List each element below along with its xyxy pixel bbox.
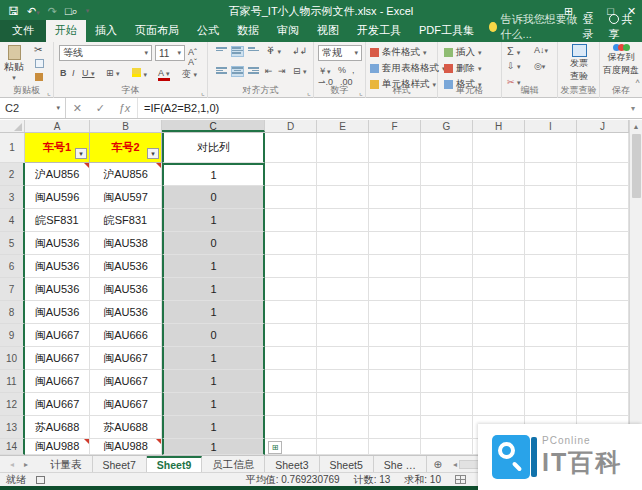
sheet-tab-Sheet3[interactable]: Sheet3 — [265, 456, 319, 472]
cell-I4[interactable] — [525, 209, 577, 232]
cell-H7[interactable] — [473, 278, 525, 301]
share-button[interactable]: 共享 — [609, 12, 634, 42]
column-header-D[interactable]: D — [265, 120, 317, 132]
row-header-11[interactable]: 11 — [0, 370, 25, 393]
conditional-formatting-button[interactable]: 条件格式▾ — [370, 45, 427, 60]
row-header-13[interactable]: 13 — [0, 416, 25, 439]
sign-in-link[interactable]: 登录 — [583, 12, 599, 42]
cell-C2[interactable]: 1 — [162, 163, 265, 186]
vertical-scrollbar[interactable]: ▲ — [629, 120, 642, 455]
column-header-B[interactable]: B — [90, 120, 162, 132]
cell-D1[interactable] — [265, 133, 317, 163]
cell-F5[interactable] — [369, 232, 421, 255]
row-header-8[interactable]: 8 — [0, 301, 25, 324]
cell-F4[interactable] — [369, 209, 421, 232]
cell-B12[interactable]: 闽AU667 — [90, 393, 162, 416]
cell-E10[interactable] — [317, 347, 369, 370]
grow-font-icon[interactable]: Aˆ — [188, 47, 197, 57]
format-painter-icon[interactable] — [35, 73, 43, 81]
cell-C4[interactable]: 1 — [162, 209, 265, 232]
quick-analysis-button[interactable]: ⊞ — [268, 441, 282, 454]
filter-dropdown-icon[interactable]: ▾ — [147, 148, 159, 159]
font-name-combo[interactable]: 等线▾ — [59, 45, 152, 61]
cell-F13[interactable] — [369, 416, 421, 439]
column-header-F[interactable]: F — [369, 120, 421, 132]
cell-J3[interactable] — [577, 186, 629, 209]
cell-I7[interactable] — [525, 278, 577, 301]
cell-C6[interactable]: 1 — [162, 255, 265, 278]
cell-J5[interactable] — [577, 232, 629, 255]
column-header-H[interactable]: H — [473, 120, 525, 132]
merge-center-icon[interactable]: ⊟ ▾ — [293, 66, 307, 76]
row-header-12[interactable]: 12 — [0, 393, 25, 416]
sheet-tab-Sheet5[interactable]: Sheet5 — [320, 456, 374, 472]
cell-D7[interactable] — [265, 278, 317, 301]
cell-G12[interactable] — [421, 393, 473, 416]
cell-H6[interactable] — [473, 255, 525, 278]
decrease-indent-icon[interactable]: ⇤ — [265, 66, 273, 76]
comma-icon[interactable]: , — [352, 65, 355, 75]
sheet-tab-She-…[interactable]: She … — [374, 456, 427, 472]
phonetic-icon[interactable]: 变 ▾ — [182, 68, 197, 81]
cell-G9[interactable] — [421, 324, 473, 347]
cell-H4[interactable] — [473, 209, 525, 232]
new-sheet-button[interactable]: ⊕ — [427, 456, 449, 472]
cell-I1[interactable] — [525, 133, 577, 163]
cell-J10[interactable] — [577, 347, 629, 370]
tab-formulas[interactable]: 公式 — [188, 20, 228, 42]
autosum-icon[interactable]: Σ ▾ — [507, 45, 520, 57]
cell-H1[interactable] — [473, 133, 525, 163]
format-as-table-button[interactable]: 套用表格格式▾ — [370, 61, 446, 76]
bottom-align-icon[interactable] — [248, 47, 259, 56]
cell-B1[interactable]: 车号2▾ — [90, 133, 162, 163]
cell-J4[interactable] — [577, 209, 629, 232]
row-header-3[interactable]: 3 — [0, 186, 25, 209]
cell-A5[interactable]: 闽AU536 — [25, 232, 90, 255]
tab-review[interactable]: 审阅 — [268, 20, 308, 42]
cell-A14[interactable]: 闽AU988 — [25, 439, 90, 455]
cell-C1[interactable]: 对比列 — [162, 133, 265, 163]
macro-record-icon[interactable] — [36, 476, 45, 484]
cell-E6[interactable] — [317, 255, 369, 278]
cell-E3[interactable] — [317, 186, 369, 209]
cell-D10[interactable] — [265, 347, 317, 370]
font-color-icon[interactable]: A ▾ — [158, 68, 170, 81]
row-header-2[interactable]: 2 — [0, 163, 25, 186]
cell-D11[interactable] — [265, 370, 317, 393]
cell-I6[interactable] — [525, 255, 577, 278]
cell-E2[interactable] — [317, 163, 369, 186]
select-all-corner[interactable] — [0, 120, 25, 132]
cell-B6[interactable]: 闽AU536 — [90, 255, 162, 278]
sheet-tab-Sheet9[interactable]: Sheet9 — [147, 456, 202, 472]
cell-C14[interactable]: 1 — [162, 439, 265, 455]
cell-B11[interactable]: 闽AU667 — [90, 370, 162, 393]
cell-B7[interactable]: 闽AU536 — [90, 278, 162, 301]
cell-D12[interactable] — [265, 393, 317, 416]
sheet-tab-计量表[interactable]: 计量表 — [40, 456, 93, 472]
row-header-6[interactable]: 6 — [0, 255, 25, 278]
cell-C10[interactable]: 1 — [162, 347, 265, 370]
cell-A4[interactable]: 皖SF831 — [25, 209, 90, 232]
find-select-icon[interactable]: ◎▾ — [534, 61, 545, 71]
font-dialog-launcher[interactable]: ⌞ — [201, 88, 205, 97]
number-format-combo[interactable]: 常规▾ — [318, 45, 362, 61]
cut-icon[interactable]: ✂ — [34, 44, 42, 55]
cell-C12[interactable]: 1 — [162, 393, 265, 416]
cell-E8[interactable] — [317, 301, 369, 324]
cell-B4[interactable]: 皖SF831 — [90, 209, 162, 232]
column-header-J[interactable]: J — [577, 120, 629, 132]
cell-H3[interactable] — [473, 186, 525, 209]
cell-I5[interactable] — [525, 232, 577, 255]
cell-C3[interactable]: 0 — [162, 186, 265, 209]
row-header-10[interactable]: 10 — [0, 347, 25, 370]
cell-G10[interactable] — [421, 347, 473, 370]
cell-F9[interactable] — [369, 324, 421, 347]
tab-data[interactable]: 数据 — [228, 20, 268, 42]
center-icon[interactable] — [232, 67, 243, 76]
collapse-ribbon-icon[interactable]: ˄ — [635, 77, 640, 86]
filter-dropdown-icon[interactable]: ▾ — [75, 148, 87, 159]
delete-cells-button[interactable]: 删除▾ — [444, 61, 482, 76]
column-header-A[interactable]: A — [25, 120, 90, 132]
expand-formula-bar-icon[interactable]: ▾ — [624, 98, 642, 118]
cell-A9[interactable]: 闽AU667 — [25, 324, 90, 347]
